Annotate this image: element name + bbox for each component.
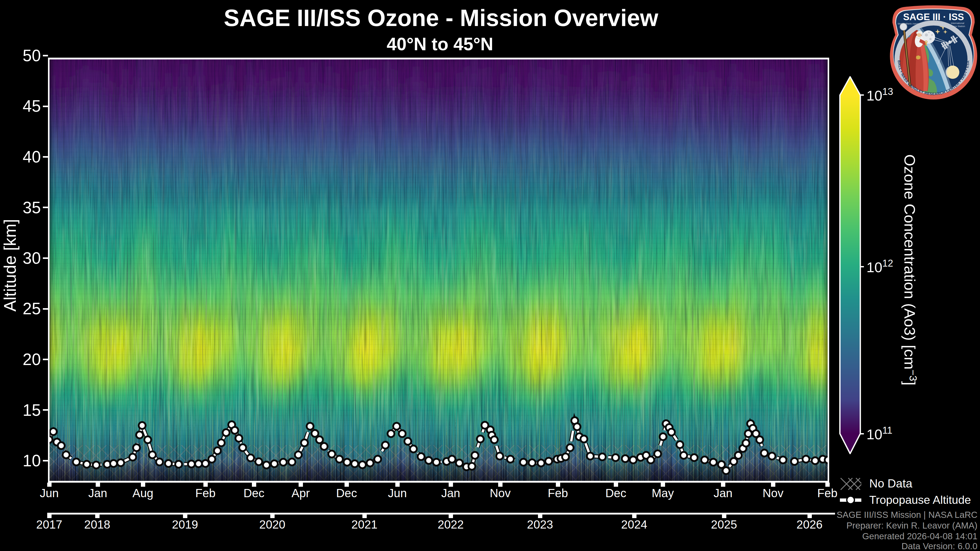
svg-text:Ozone Concentration (Ao3) [cm−: Ozone Concentration (Ao3) [cm−3] xyxy=(901,154,919,386)
svg-text:2025: 2025 xyxy=(711,518,737,531)
svg-text:35: 35 xyxy=(23,198,41,217)
svg-text:Altitude [km]: Altitude [km] xyxy=(0,219,19,311)
svg-text:40: 40 xyxy=(23,148,41,166)
svg-text:2019: 2019 xyxy=(172,518,198,531)
svg-text:15: 15 xyxy=(23,401,41,419)
svg-text:Aug: Aug xyxy=(132,486,153,500)
svg-text:50: 50 xyxy=(23,46,41,65)
svg-text:Tropopause Altitude: Tropopause Altitude xyxy=(869,493,971,507)
svg-text:2022: 2022 xyxy=(438,518,464,531)
svg-text:2026: 2026 xyxy=(797,518,822,531)
svg-text:Jan: Jan xyxy=(714,486,732,500)
svg-text:2021: 2021 xyxy=(352,518,377,531)
svg-text:30: 30 xyxy=(23,249,41,267)
svg-text:Feb: Feb xyxy=(817,486,837,500)
svg-text:20: 20 xyxy=(23,350,41,368)
svg-text:SAGE III · ISS: SAGE III · ISS xyxy=(903,12,964,22)
svg-text:Space Station: Space Station xyxy=(950,25,965,27)
svg-text:SAGE III/ISS Ozone - Mission O: SAGE III/ISS Ozone - Mission Overview xyxy=(224,5,659,31)
svg-text:Preparer: Kevin R. Leavor (AMA: Preparer: Kevin R. Leavor (AMA) xyxy=(846,520,977,530)
svg-text:40°N to 45°N: 40°N to 45°N xyxy=(387,34,493,54)
svg-text:Dec: Dec xyxy=(336,486,357,500)
svg-text:Nov: Nov xyxy=(490,486,511,500)
svg-text:Feb: Feb xyxy=(195,486,215,500)
svg-text:SAGE III/ISS Mission | NASA La: SAGE III/ISS Mission | NASA LaRC xyxy=(837,510,977,519)
svg-text:2017: 2017 xyxy=(36,518,62,531)
svg-text:Generated 2026-04-08 14:01: Generated 2026-04-08 14:01 xyxy=(862,531,977,541)
svg-text:Dec: Dec xyxy=(605,486,626,500)
svg-text:Feb: Feb xyxy=(548,486,568,500)
svg-text:Dec: Dec xyxy=(243,486,264,500)
svg-text:Jan: Jan xyxy=(441,486,460,500)
svg-text:25: 25 xyxy=(23,300,41,318)
svg-text:Nov: Nov xyxy=(762,486,783,500)
svg-text:Jan: Jan xyxy=(88,486,107,500)
svg-text:45: 45 xyxy=(23,97,41,115)
svg-text:May: May xyxy=(652,486,674,500)
svg-text:10: 10 xyxy=(23,451,41,470)
svg-text:International: International xyxy=(951,22,964,24)
svg-text:Data Version: 6.0.0: Data Version: 6.0.0 xyxy=(901,541,977,551)
svg-text:2024: 2024 xyxy=(621,518,647,531)
svg-text:Jun: Jun xyxy=(40,486,59,500)
svg-text:2020: 2020 xyxy=(259,518,285,531)
svg-text:Jun: Jun xyxy=(388,486,407,500)
svg-text:Apr: Apr xyxy=(291,486,310,500)
svg-text:No Data: No Data xyxy=(869,477,912,490)
svg-text:2018: 2018 xyxy=(84,518,110,531)
svg-text:2023: 2023 xyxy=(527,518,553,531)
